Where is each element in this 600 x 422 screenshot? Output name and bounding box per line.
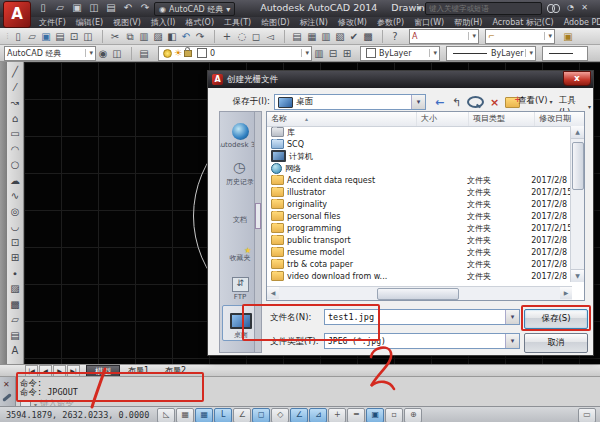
linetype-combo[interactable]: ByLayer ▾ — [446, 46, 536, 61]
place-documents[interactable]: 文档 — [222, 191, 258, 225]
file-row[interactable]: 计算机 — [267, 150, 572, 162]
column-size[interactable]: 大小 — [417, 112, 469, 126]
tab-model[interactable]: 模型 — [86, 365, 120, 377]
insert-block-icon[interactable]: ⊡ — [8, 235, 23, 251]
save-icon[interactable]: ▣ — [39, 30, 53, 43]
file-row[interactable]: trb & cota paper 文件夹 2017/2/8 15: — [267, 258, 572, 270]
workspace-save-icon[interactable]: ◫ — [110, 47, 124, 60]
menu-item[interactable]: 参数(P) — [372, 17, 409, 28]
cancel-button[interactable]: 取消 — [524, 333, 588, 353]
scroll-left-icon[interactable]: ◀ — [267, 287, 279, 299]
layer-states-icon[interactable]: ▥ — [312, 47, 326, 60]
help-icon[interactable]: ? — [382, 30, 403, 43]
table-icon[interactable]: ▤ — [8, 328, 23, 344]
filetype-combo[interactable]: JPEG (*.jpg) ▾ — [324, 333, 520, 349]
polar-tracking-toggle[interactable]: ∠ — [233, 408, 251, 422]
menu-item[interactable]: 工具(T) — [219, 17, 256, 28]
place-history[interactable]: 历史记录 — [222, 153, 258, 187]
place-ftp[interactable]: FTP — [222, 267, 258, 301]
dim-style-combo[interactable]: ⌐▾ — [485, 29, 555, 44]
search-icon[interactable] — [547, 4, 560, 12]
close-icon[interactable]: ✕ — [3, 380, 10, 389]
scroll-down-icon[interactable]: ▼ — [571, 269, 584, 282]
workspace-settings-icon[interactable]: ◉ — [96, 47, 110, 60]
help-search-input[interactable] — [426, 4, 541, 13]
menu-item[interactable]: 标注(N) — [295, 17, 333, 28]
save-in-combo[interactable]: 桌面 ▾ — [274, 94, 426, 110]
ellipse-icon[interactable]: ◎ — [8, 204, 23, 220]
scroll-up-icon[interactable]: ▲ — [571, 126, 584, 139]
publish-icon[interactable]: ◫ — [81, 30, 95, 43]
signin-icon[interactable]: ◔ — [567, 3, 574, 12]
redo-icon[interactable]: ↷ — [138, 2, 152, 15]
cut-icon[interactable]: ✂ — [102, 30, 123, 43]
back-icon[interactable]: ← — [433, 96, 446, 109]
menu-item[interactable]: 修改(M) — [333, 17, 372, 28]
region-icon[interactable]: ▱ — [8, 312, 23, 328]
command-window[interactable]: ✕ 命令: 命令: JPGOUT ▾ 键入命令 — [0, 376, 600, 407]
ellipse-arc-icon[interactable]: ◡ — [8, 219, 23, 235]
menu-item[interactable]: 编辑(E) — [71, 17, 108, 28]
circle-icon[interactable]: ○ — [8, 157, 23, 173]
file-row[interactable]: 网络 — [267, 162, 572, 174]
save-as-icon[interactable]: ◫ — [87, 2, 101, 15]
dynamic-input-toggle[interactable]: + — [328, 408, 346, 422]
menu-item[interactable]: Acrobat 标记(C) — [487, 17, 558, 28]
polyline-icon[interactable]: ↝ — [8, 95, 23, 111]
status-tray-icon[interactable]: ▭ — [578, 408, 596, 422]
save-icon[interactable]: ▣ — [70, 2, 84, 15]
filename-input[interactable] — [325, 312, 481, 322]
lineweight-toggle[interactable]: ═ — [347, 408, 365, 422]
point-icon[interactable]: ∙ — [8, 266, 23, 282]
scroll-thumb[interactable] — [377, 288, 459, 300]
file-row[interactable]: personal files 文件夹 2017/2/8 15: — [267, 210, 572, 222]
plot-icon[interactable]: ▤ — [104, 2, 118, 15]
wrench-icon[interactable] — [2, 393, 12, 402]
multiline-text-icon[interactable]: A — [8, 343, 23, 359]
block-editor-icon[interactable]: ◧ — [165, 30, 179, 43]
line-icon[interactable]: ╱ — [8, 64, 23, 80]
places-scrollbar[interactable] — [254, 112, 261, 352]
tool-palettes-icon[interactable]: ▥ — [319, 30, 333, 43]
grid-display-toggle[interactable]: ▦ — [195, 408, 213, 422]
spline-icon[interactable]: ∿ — [8, 188, 23, 204]
open-icon[interactable]: ▱ — [25, 30, 39, 43]
snap-mode-toggle[interactable]: ▦ — [176, 408, 194, 422]
filename-combo[interactable]: ▾ — [324, 309, 520, 325]
first-tab-icon[interactable]: |◀ — [25, 365, 38, 377]
plot-icon[interactable]: ▤ — [53, 30, 67, 43]
exchange-icon[interactable]: ✕ — [581, 3, 588, 12]
hatch-icon[interactable]: ▨ — [8, 281, 23, 297]
column-date[interactable]: 修改日期 — [535, 112, 581, 126]
file-row[interactable]: resume model 文件夹 2017/2/8 16: — [267, 246, 572, 258]
column-type[interactable]: 项目类型 — [469, 112, 535, 126]
3d-object-snap-toggle[interactable]: ◇ — [271, 408, 289, 422]
file-row[interactable]: SCQ — [267, 138, 572, 150]
ortho-mode-toggle[interactable]: L — [214, 408, 232, 422]
tab-layout1[interactable]: 布局1 — [120, 365, 157, 376]
last-tab-icon[interactable]: ▶| — [67, 365, 80, 377]
vertical-scrollbar[interactable]: ▲ ▼ — [570, 126, 584, 282]
zoom-realtime-icon[interactable]: ◌ — [235, 30, 249, 43]
views-dropdown[interactable]: 查看(V) ▾ — [516, 94, 554, 108]
transparency-toggle[interactable]: ▣ — [366, 408, 384, 422]
render-icon[interactable]: ▣ — [561, 30, 575, 43]
file-row[interactable]: 库 — [267, 126, 572, 138]
plot-preview-icon[interactable]: ⊡ — [67, 30, 81, 43]
quick-calc-icon[interactable]: ▩ — [361, 30, 375, 43]
dynamic-ucs-toggle[interactable]: ⊿ — [309, 408, 327, 422]
file-row[interactable]: programming 文件夹 2017/2/15 14 — [267, 222, 572, 234]
menu-item[interactable]: 绘图(D) — [256, 17, 294, 28]
revision-cloud-icon[interactable]: ☁ — [8, 173, 23, 189]
copy-icon[interactable]: ⧉ — [123, 30, 137, 43]
lineweight-combo[interactable] — [542, 46, 588, 61]
properties-icon[interactable]: ▤ — [284, 30, 305, 43]
dialog-titlebar[interactable]: A 创建光栅文件 — [208, 71, 593, 88]
make-block-icon[interactable]: ⊞ — [8, 250, 23, 266]
object-snap-toggle[interactable]: ◻ — [252, 408, 270, 422]
object-snap-tracking-toggle[interactable]: ∠ — [290, 408, 308, 422]
workspace-combo[interactable]: AutoCAD 经典▾ — [4, 46, 96, 61]
file-row[interactable]: public transport 文件夹 2017/2/8 15: — [267, 234, 572, 246]
up-one-level-icon[interactable]: ↰ — [450, 96, 463, 109]
expand-arrow-icon[interactable]: ▸ — [418, 3, 422, 12]
